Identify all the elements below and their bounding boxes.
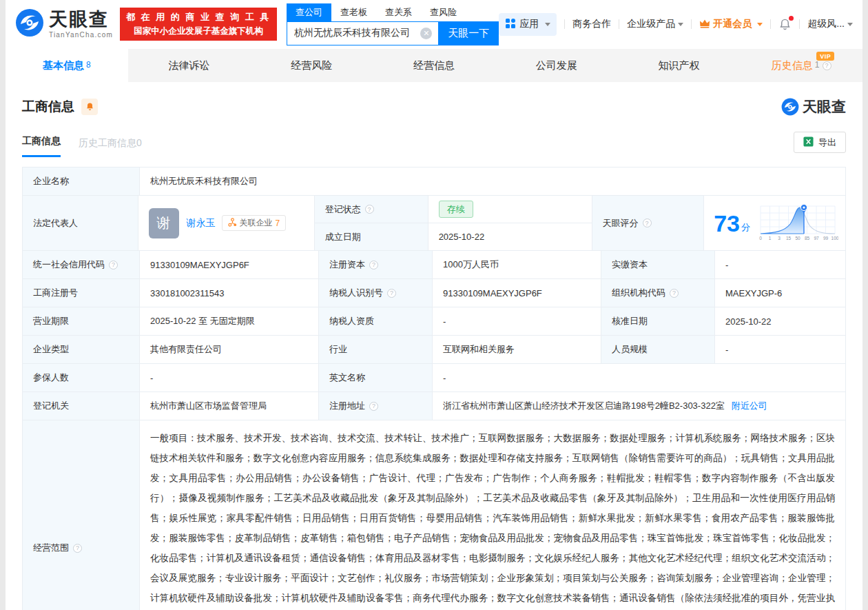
slogan-banner: 都 在 用 的 商 业 查 询 工 具 国家中小企业发展子基金旗下机构 — [120, 8, 277, 41]
tab-operation-label: 经营信息 — [413, 59, 455, 72]
nav-enterprise[interactable]: 企业级产品 — [627, 18, 683, 30]
english-name-label: 英文名称 — [319, 364, 433, 392]
english-name-value: - — [433, 364, 845, 392]
legal-rep-cell: 谢 谢永玉 关联企业 7 — [138, 196, 315, 250]
nav-divider — [799, 19, 800, 29]
nav-divider — [564, 19, 565, 29]
help-icon[interactable]: ? — [73, 544, 82, 553]
related-companies-label: 关联企业 — [240, 217, 273, 229]
notification-red-dot — [789, 16, 794, 21]
score-unit: 分 — [741, 221, 750, 234]
tab-operating-risk[interactable]: 经营风险 — [250, 49, 373, 82]
establish-date-label-text: 成立日期 — [325, 231, 361, 243]
tianyancha-logo[interactable]: 天眼查 TianYanCha.com — [15, 8, 113, 40]
tab-legal-proceedings[interactable]: 法律诉讼 — [128, 49, 251, 82]
tab-intellectual-property[interactable]: 知识产权 — [618, 49, 741, 82]
company-type-value: 其他有限责任公司 — [140, 336, 319, 363]
industry-value: 互联网和相关服务 — [433, 336, 601, 363]
clear-search-icon[interactable]: ✕ — [420, 28, 432, 39]
tab-history-info[interactable]: VIP 历史信息 1 ? — [740, 49, 862, 82]
table-row: 登记机关 杭州市萧山区市场监督管理局 注册地址? 浙江省杭州市萧山区萧山经济技术… — [23, 392, 845, 420]
table-row: 营业期限 2025-10-22 至 无固定期限 纳税人资质 - 核准日期 202… — [23, 307, 845, 336]
table-row: 统一社会信用代码? 91330109MAEXYJGP6F 注册资本? 1000万… — [23, 251, 845, 279]
company-type-label: 企业类型 — [23, 336, 140, 363]
table-row: 企业名称 杭州无忧辰禾科技有限公司 — [23, 167, 845, 196]
nearby-companies-link[interactable]: 附近公司 — [732, 400, 767, 412]
slogan-line2: 国家中小企业发展子基金旗下机构 — [126, 26, 271, 37]
subtab-business-info[interactable]: 工商信息 — [22, 135, 61, 157]
score-tick: 99 — [823, 236, 829, 241]
nav-divider — [770, 19, 771, 29]
registered-address-cell: 浙江省杭州市萧山区萧山经济技术开发区启迪路198号2幢B2-303-322室 附… — [433, 392, 845, 420]
notification-bell-icon[interactable] — [778, 18, 792, 31]
tab-risk-label: 经营风险 — [291, 59, 332, 72]
tianyancha-swirl-icon — [15, 8, 44, 40]
tab-history-count: 1 — [815, 60, 820, 70]
org-code-label: 组织机构代码? — [601, 279, 715, 307]
tianyancha-swirl-icon — [781, 98, 799, 116]
subscribe-bell-icon[interactable] — [81, 99, 98, 115]
score-tick: 3 — [778, 236, 781, 241]
page: 天眼查 TianYanCha.com 都 在 用 的 商 业 查 询 工 具 国… — [6, 0, 862, 610]
nav-account[interactable]: 超级风... — [807, 18, 853, 30]
search-button[interactable]: 天眼一下 — [438, 21, 499, 45]
slogan-line1: 都 在 用 的 商 业 查 询 工 具 — [126, 11, 271, 23]
nav-apps[interactable]: 应用 — [499, 13, 557, 36]
reg-status-cell: 存续 — [428, 196, 592, 223]
chevron-down-icon — [678, 23, 683, 26]
avatar[interactable]: 谢 — [149, 208, 179, 238]
search-tab-boss[interactable]: 查老板 — [331, 3, 376, 21]
nav-cooperation[interactable]: 商务合作 — [572, 18, 611, 30]
table-row: 经营范围? 一般项目：技术服务、技术开发、技术咨询、技术交流、技术转让、技术推广… — [23, 420, 845, 610]
tab-basic-info[interactable]: 基本信息 8 — [6, 49, 128, 82]
legal-rep-name-link[interactable]: 谢永玉 — [187, 217, 216, 230]
related-companies-badge[interactable]: 关联企业 7 — [222, 215, 287, 231]
nav-enterprise-label: 企业级产品 — [627, 18, 675, 30]
registered-address-label: 注册地址? — [319, 392, 433, 420]
chevron-down-icon — [757, 23, 763, 26]
score-tick: 85 — [805, 236, 810, 241]
header: 天眼查 TianYanCha.com 都 在 用 的 商 业 查 询 工 具 国… — [6, 0, 862, 45]
registered-address-value: 浙江省杭州市萧山区萧山经济技术开发区启迪路198号2幢B2-303-322室 — [443, 400, 725, 412]
export-button[interactable]: 导出 — [794, 132, 846, 153]
search-input[interactable] — [287, 21, 438, 45]
chevron-down-icon — [847, 23, 853, 26]
help-icon[interactable]: ? — [387, 289, 396, 298]
taxpayer-id-label: 纳税人识别号? — [319, 279, 433, 307]
help-icon[interactable]: ? — [670, 289, 679, 298]
tab-ip-label: 知识产权 — [658, 59, 699, 72]
legal-rep-label: 法定代表人 — [23, 196, 138, 250]
help-icon[interactable]: ? — [643, 218, 652, 227]
business-term-label: 营业期限 — [23, 307, 140, 335]
score-tick: 100 — [831, 236, 838, 241]
tab-legal-label: 法律诉讼 — [169, 59, 210, 72]
reg-number-value: 330181002311543 — [140, 279, 319, 307]
logo-subtitle: TianYanCha.com — [49, 31, 113, 39]
nav-open-vip[interactable]: 开通会员 — [699, 18, 763, 30]
help-icon[interactable]: ? — [369, 402, 378, 411]
score-label: 天眼评分 ? — [592, 196, 705, 250]
industry-label: 行业 — [319, 336, 433, 363]
approval-date-label: 核准日期 — [601, 307, 715, 335]
tab-basic-label: 基本信息 — [43, 59, 84, 72]
search-tab-company[interactable]: 查公司 — [287, 3, 331, 21]
help-icon[interactable]: ? — [109, 261, 118, 270]
search-tab-relation[interactable]: 查关系 — [376, 3, 421, 21]
score-label-text: 天眼评分 — [603, 217, 639, 230]
business-term-value: 2025-10-22 至 无固定期限 — [140, 307, 319, 335]
help-icon[interactable]: ? — [365, 205, 374, 214]
taxpayer-id-value: 91330109MAEXYJGP6F — [433, 279, 601, 307]
tab-operating-info[interactable]: 经营信息 — [373, 49, 495, 82]
table-row: 工商注册号 330181002311543 纳税人识别号? 91330109MA… — [23, 279, 845, 307]
registered-capital-value: 1000万人民币 — [433, 251, 601, 278]
reg-status-label: 登记状态 ? — [315, 196, 428, 223]
help-icon[interactable]: ? — [369, 261, 378, 270]
search-tab-risk[interactable]: 查风险 — [421, 3, 466, 21]
staff-size-value: - — [715, 336, 845, 363]
help-icon[interactable]: ? — [823, 61, 831, 70]
table-row: 登记状态 ? 存续 — [315, 196, 592, 223]
main-tabbar: 基本信息 8 法律诉讼 经营风险 经营信息 公司发展 知识产权 VIP 历史信息… — [6, 49, 862, 82]
subtab-history-business-info[interactable]: 历史工商信息0 — [79, 137, 142, 157]
tab-company-development[interactable]: 公司发展 — [495, 49, 618, 82]
header-nav: 应用 商务合作 企业级产品 开通会员 — [499, 13, 853, 36]
